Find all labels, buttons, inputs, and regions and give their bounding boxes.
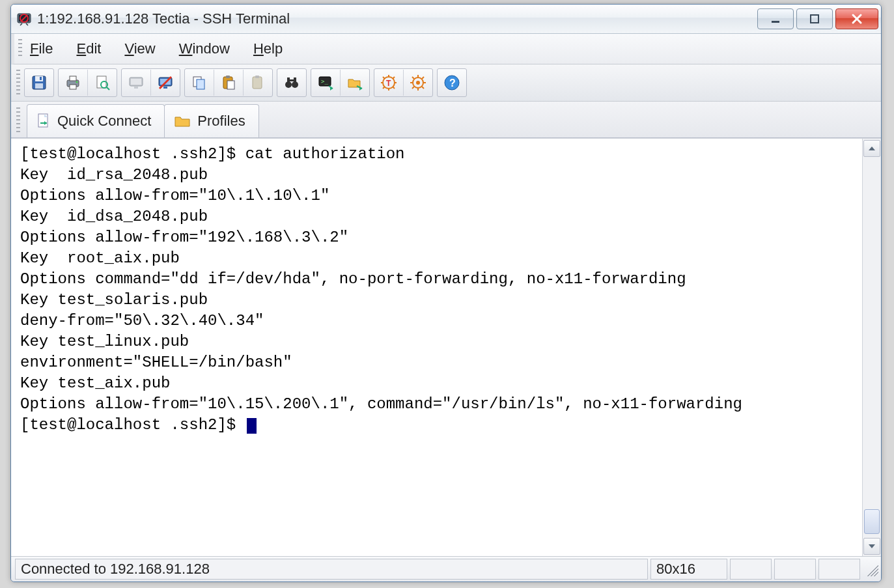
svg-rect-29 — [253, 77, 262, 89]
svg-rect-34 — [294, 77, 296, 83]
binoculars-icon — [283, 74, 300, 91]
svg-rect-25 — [197, 79, 204, 89]
svg-text:T: T — [386, 79, 391, 88]
copy-icon — [191, 74, 208, 91]
tab-grip[interactable] — [16, 107, 20, 132]
minimize-button[interactable] — [757, 8, 794, 29]
svg-rect-7 — [35, 76, 43, 81]
svg-line-46 — [393, 87, 395, 89]
scroll-up-button[interactable] — [863, 140, 880, 157]
profiles-label: Profiles — [197, 113, 245, 130]
statusbar: Connected to 192.168.91.128 80x16 — [11, 556, 881, 581]
menu-view[interactable]: View — [124, 40, 155, 57]
svg-line-56 — [412, 77, 414, 79]
menu-window[interactable]: Window — [179, 40, 230, 57]
svg-line-57 — [422, 87, 424, 89]
folder-transfer-icon — [346, 74, 363, 91]
status-cell-3 — [818, 559, 860, 580]
terminal-icon: >_ — [317, 74, 334, 91]
cursor — [247, 418, 257, 434]
status-cell-1 — [730, 559, 772, 580]
svg-line-59 — [412, 87, 414, 89]
toolbar-grip[interactable] — [16, 70, 20, 96]
profiles-tab[interactable]: Profiles — [164, 104, 258, 137]
svg-line-45 — [383, 77, 385, 79]
svg-rect-27 — [226, 76, 230, 78]
svg-rect-4 — [772, 21, 779, 23]
svg-text:?: ? — [449, 77, 456, 89]
chevron-up-icon — [868, 145, 876, 152]
save-icon — [31, 74, 48, 91]
menubar: File Edit View Window Help — [11, 34, 881, 64]
monitor-gray-icon — [128, 74, 145, 91]
titlebar: 1:192.168.91.128 Tectia - SSH Terminal — [11, 5, 881, 34]
svg-rect-11 — [70, 76, 76, 81]
print-preview-button[interactable] — [88, 70, 117, 96]
menubar-grip[interactable] — [18, 39, 22, 59]
svg-rect-22 — [163, 87, 167, 89]
toolbar: >_ T ? — [11, 64, 881, 102]
settings-icon — [410, 74, 426, 91]
svg-point-13 — [76, 81, 78, 83]
close-button[interactable] — [835, 8, 878, 29]
help-icon: ? — [443, 74, 460, 91]
print-icon — [64, 74, 81, 91]
svg-rect-33 — [287, 77, 290, 83]
app-icon — [15, 10, 33, 28]
menu-file[interactable]: File — [30, 40, 53, 57]
svg-rect-5 — [811, 15, 818, 23]
paste-disabled-button — [244, 70, 272, 96]
paste-button[interactable] — [214, 70, 244, 96]
find-button[interactable] — [277, 70, 306, 96]
help-button[interactable]: ? — [438, 70, 466, 96]
status-cell-2 — [774, 559, 816, 580]
scroll-down-button[interactable] — [863, 538, 880, 555]
svg-text:>_: >_ — [321, 78, 328, 85]
app-window: 1:192.168.91.128 Tectia - SSH Terminal F… — [10, 4, 882, 582]
svg-rect-12 — [70, 85, 76, 89]
folder-icon — [174, 114, 191, 128]
vertical-scrollbar[interactable] — [862, 139, 881, 556]
scroll-thumb[interactable] — [864, 509, 880, 534]
svg-line-58 — [422, 77, 424, 79]
svg-point-51 — [416, 81, 420, 85]
terminal-area: [test@localhost .ssh2]$ cat authorizatio… — [11, 138, 881, 556]
tectia-settings-button[interactable]: T — [374, 70, 404, 96]
save-button[interactable] — [25, 70, 53, 96]
settings-button[interactable] — [404, 70, 432, 96]
connection-tabs: Quick Connect Profiles — [11, 102, 881, 138]
tectia-settings-icon: T — [380, 74, 397, 91]
terminal-output[interactable]: [test@localhost .ssh2]$ cat authorizatio… — [11, 139, 862, 556]
svg-marker-66 — [869, 544, 875, 548]
print-button[interactable] — [59, 70, 88, 96]
svg-line-48 — [383, 87, 385, 89]
paste-icon — [220, 74, 237, 91]
disconnect-button[interactable] — [151, 70, 180, 96]
svg-rect-19 — [134, 87, 138, 89]
svg-line-16 — [107, 87, 109, 90]
paste-disabled-icon — [249, 74, 266, 91]
connect-disabled-button — [122, 70, 151, 96]
quick-connect-tab[interactable]: Quick Connect — [27, 104, 165, 137]
copy-button[interactable] — [185, 70, 214, 96]
svg-marker-65 — [869, 147, 875, 150]
svg-rect-8 — [35, 83, 43, 89]
svg-rect-28 — [227, 81, 234, 89]
svg-rect-9 — [40, 77, 42, 80]
status-connection: Connected to 192.168.91.128 — [15, 559, 648, 580]
document-arrow-icon — [36, 113, 51, 130]
svg-rect-35 — [290, 79, 294, 81]
window-controls — [755, 8, 878, 29]
menu-edit[interactable]: Edit — [76, 40, 101, 57]
file-transfer-button[interactable] — [341, 70, 369, 96]
resize-grip[interactable] — [864, 562, 878, 576]
svg-rect-18 — [131, 79, 141, 85]
print-preview-icon — [94, 74, 111, 91]
menu-help[interactable]: Help — [253, 40, 283, 57]
maximize-button[interactable] — [796, 8, 833, 29]
window-title: 1:192.168.91.128 Tectia - SSH Terminal — [37, 10, 755, 27]
status-dimensions: 80x16 — [650, 559, 727, 580]
quick-connect-label: Quick Connect — [57, 113, 151, 130]
svg-rect-30 — [255, 76, 259, 78]
new-terminal-button[interactable]: >_ — [311, 70, 341, 96]
